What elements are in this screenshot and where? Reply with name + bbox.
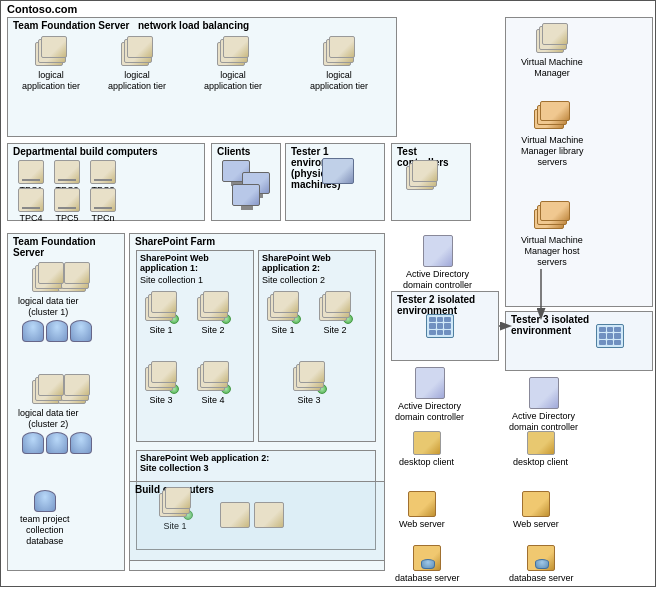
tester1-region: Tester 1environment(physicalmachines): [285, 143, 385, 221]
web-server-right: Web server: [513, 491, 559, 530]
tfs-label: Team Foundation Server: [13, 20, 130, 31]
app-tier-2: logicalapplication tier: [108, 36, 166, 92]
team-proj-db-icon: team projectcollectiondatabase: [20, 490, 70, 546]
app-tier-1: logicalapplication tier: [22, 36, 80, 92]
tester3-label: Tester 3 isolatedenvironment: [511, 314, 589, 336]
ad-dc-tester3: Active Directorydomain controller: [509, 377, 578, 433]
db5-icon: [46, 432, 68, 456]
sp-label: SharePoint Farm: [135, 236, 215, 247]
tester2-region: Tester 2 isolatedenvironment: [391, 291, 499, 361]
sp-web2-label: SharePoint Webapplication 2:: [262, 253, 331, 273]
network-lb-label: network load balancing: [138, 20, 249, 31]
main-diagram: Contoso.com Team Foundation Server netwo…: [0, 0, 656, 587]
sp-site-coll1-label: Site collection 1: [140, 275, 203, 285]
sp-site2-b: Site 2: [319, 291, 351, 336]
db6-icon: [70, 432, 92, 456]
clients-region: Clients: [211, 143, 281, 221]
dept-build-label: Departmental build computers: [13, 146, 157, 157]
app-tier-4-label: logicalapplication tier: [310, 70, 368, 92]
app-tier-3: logicalapplication tier: [204, 36, 262, 92]
client-monitor-3: [232, 184, 260, 208]
db-server-right: database server: [509, 545, 574, 584]
app-tier-1-label: logicalapplication tier: [22, 70, 80, 92]
db3-icon: [70, 320, 92, 344]
sp-site2-a: Site 2: [197, 291, 229, 336]
db1-icon: [22, 320, 44, 344]
tester2-label: Tester 2 isolatedenvironment: [397, 294, 475, 316]
dept-build-region: Departmental build computers TPC1 TPC2 T…: [7, 143, 205, 221]
tfs-left-label: Team FoundationServer: [13, 236, 96, 258]
test-ctrl-icon: [406, 160, 438, 194]
ad-dc-tester2: Active Directorydomain controller: [395, 367, 464, 423]
db-server-left: database server: [395, 545, 460, 584]
db4-icon: [22, 432, 44, 456]
tpcn-icon: TPCn: [90, 188, 116, 224]
diagram-title: Contoso.com: [7, 3, 77, 15]
sp-site3-b: Site 3: [293, 361, 325, 406]
sp-site4-a: Site 4: [197, 361, 229, 406]
test-ctrl-region: Testcontrollers: [391, 143, 471, 221]
vm-library-icon: Virtual MachineManager libraryservers: [521, 101, 584, 167]
sp-web2-region: SharePoint Webapplication 2: Site collec…: [258, 250, 376, 442]
ad-dc-top: Active Directorydomain controller: [403, 235, 472, 291]
app-tier-3-label: logicalapplication tier: [204, 70, 262, 92]
desktop-client-left: desktop client: [399, 431, 454, 468]
web-server-left: Web server: [399, 491, 445, 530]
sp-site3-a: Site 3: [145, 361, 177, 406]
tester1-monitor: [322, 158, 354, 186]
db2-icon: [46, 320, 68, 344]
sp-site1-b: Site 1: [267, 291, 299, 336]
tester3-region: Tester 3 isolatedenvironment: [505, 311, 653, 371]
app-tier-4: logicalapplication tier: [310, 36, 368, 92]
app-tier-2-label: logicalapplication tier: [108, 70, 166, 92]
build-comp-icon: [220, 502, 284, 530]
tfs-region: Team Foundation Server network load bala…: [7, 17, 397, 137]
sp-site1-a: Site 1: [145, 291, 177, 336]
desktop-client-right: desktop client: [513, 431, 568, 468]
vm-manager-icon: Virtual MachineManager: [521, 23, 583, 79]
sp-web1-region: SharePoint Webapplication 1: Site collec…: [136, 250, 254, 442]
tpc4-icon: TPC4: [18, 188, 44, 224]
tfs-left-region: Team FoundationServer logical data tier(…: [7, 233, 125, 571]
clients-label: Clients: [217, 146, 250, 157]
vm-host-icon: Virtual MachineManager hostservers: [521, 201, 583, 267]
sp-site-coll2-label: Site collection 2: [262, 275, 325, 285]
tester3-table-icon: [596, 324, 624, 350]
sp-web3-label: SharePoint Web application 2:Site collec…: [140, 453, 269, 473]
sp-web1-label: SharePoint Webapplication 1:: [140, 253, 209, 273]
tester2-table-icon: [426, 314, 454, 340]
tpc5-icon: TPC5: [54, 188, 80, 224]
